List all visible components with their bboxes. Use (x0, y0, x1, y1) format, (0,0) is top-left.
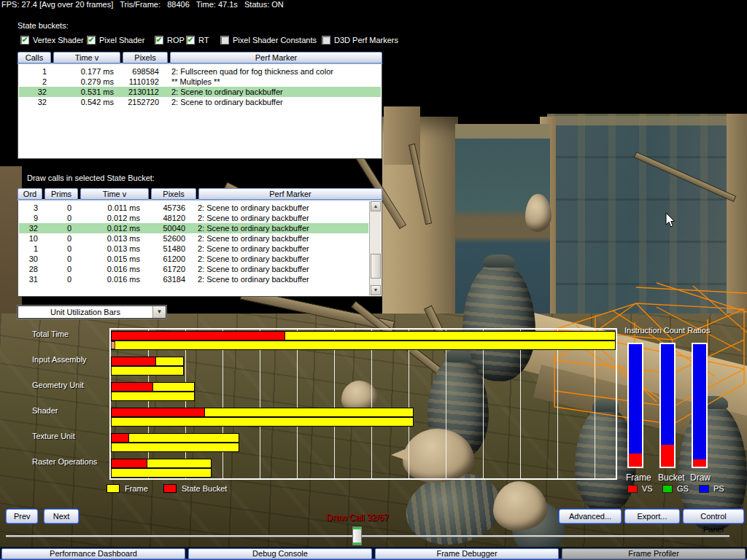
checkbox-checked-icon[interactable]: ✔ (20, 36, 29, 44)
table-row[interactable]: 2800.016 ms617202: Scene to ordinary bac… (19, 264, 368, 274)
chevron-down-icon[interactable]: ▼ (152, 306, 166, 318)
cell-time: 0.531 ms (53, 87, 120, 97)
table-row[interactable]: 320.542 ms21527202: Scene to ordinary ba… (19, 97, 381, 107)
unit-bar-pair (111, 408, 616, 427)
checkbox-checked-icon[interactable]: ✔ (155, 36, 163, 44)
cell-marker: ** Multiples ** (165, 77, 381, 87)
ratio-bar-bucket (659, 343, 676, 468)
ps-swatch (699, 485, 709, 493)
shader-legend-item: GS (662, 484, 689, 493)
frame-bar (111, 366, 184, 376)
frame-bar (111, 341, 616, 350)
column-header-time[interactable]: Time v (53, 52, 120, 63)
checkbox-label: D3D Perf Markers (334, 36, 398, 44)
column-header-time[interactable]: Time v (80, 188, 149, 200)
state-bucket-bar (111, 433, 129, 443)
control-panel-button[interactable]: Control Panel (683, 509, 744, 524)
table-row[interactable]: 3200.012 ms500402: Scene to ordinary bac… (19, 223, 368, 233)
state-bucket-checkbox-item[interactable]: ✔RT (186, 36, 209, 44)
cell-pixels: 48120 (146, 213, 191, 223)
state-bucket-checkbox-item[interactable]: ✔Vertex Shader (20, 36, 84, 44)
state-bucket-bar (111, 331, 285, 341)
shader-legend-item: VS (627, 484, 653, 493)
checkbox-label: ROP (167, 36, 185, 44)
column-header-ord[interactable]: Ord (18, 188, 42, 200)
instruction-ratios-title: Instruction Count Ratios (624, 326, 710, 335)
checkbox-checked-icon[interactable]: ✔ (186, 36, 195, 44)
view-selector-dropdown[interactable]: Unit Utilization Bars ▼ (18, 306, 166, 319)
column-header-pixels[interactable]: Pixels (123, 52, 168, 63)
chart-gridline (334, 330, 335, 478)
cell-prims: 0 (44, 254, 77, 264)
table-rows: 300.011 ms457362: Scene to ordinary back… (19, 203, 368, 284)
cell-ord: 28 (19, 264, 44, 274)
cell-ord: 31 (19, 274, 44, 284)
tab-frame-debugger[interactable]: Frame Debugger (375, 548, 559, 559)
state-bucket-checkbox-item[interactable]: D3D Perf Markers (322, 36, 398, 44)
advanced-button[interactable]: Advanced... (559, 509, 622, 524)
unit-bar-row (111, 433, 616, 443)
cell-pixels: 1110192 (120, 77, 165, 87)
table-row[interactable]: 100.013 ms514802: Scene to ordinary back… (19, 244, 368, 254)
vs-segment (661, 445, 674, 467)
cell-time: 0.177 ms (53, 66, 120, 77)
cell-calls: 32 (19, 97, 53, 107)
state-bucket-bar (111, 382, 153, 392)
checkbox-unchecked-icon[interactable] (220, 36, 229, 44)
table-row[interactable]: 320.531 ms21301122: Scene to ordinary ba… (19, 87, 381, 97)
column-header-pixels[interactable]: Pixels (151, 188, 196, 200)
unit-label: Input Assembly (32, 355, 87, 364)
view-selector-value: Unit Utilization Bars (18, 306, 152, 318)
next-button[interactable]: Next (44, 509, 79, 524)
cell-marker: 2: Scene to ordinary backbuffer (165, 87, 381, 97)
cell-prims: 0 (44, 203, 77, 213)
frame-bar (111, 468, 212, 478)
tab-frame-profiler[interactable]: Frame Profiler (562, 548, 746, 559)
checkbox-unchecked-icon[interactable] (322, 36, 330, 44)
unit-utilization-chart (109, 328, 617, 480)
table-row[interactable]: 900.012 ms481202: Scene to ordinary back… (19, 213, 368, 223)
scroll-down-icon[interactable]: ▼ (371, 285, 381, 295)
unit-bar-row (111, 382, 616, 392)
column-header-prims[interactable]: Prims (44, 188, 78, 200)
cell-pixels: 63184 (146, 274, 191, 284)
shader-legend-item: PS (699, 484, 724, 493)
draw-call-slider-thumb[interactable] (352, 526, 362, 545)
column-header-calls[interactable]: Calls (18, 52, 51, 63)
scrollbar-thumb[interactable] (371, 254, 381, 279)
state-bucket-checkbox-item[interactable]: ✔ROP (155, 36, 185, 44)
state-bucket-checkbox-item[interactable]: ✔Pixel Shader (87, 36, 144, 44)
cell-pixels: 61720 (146, 264, 191, 274)
tab-performance-dashboard[interactable]: Performance Dashboard (1, 548, 185, 559)
unit-label: Raster Operations (32, 457, 97, 466)
cell-prims: 0 (44, 233, 77, 244)
table-row[interactable]: 1000.013 ms526002: Scene to ordinary bac… (19, 233, 368, 244)
prev-button[interactable]: Prev (6, 509, 38, 524)
scrollbar[interactable]: ▲ ▼ (369, 201, 381, 295)
cell-pixels: 2130112 (120, 87, 165, 97)
unit-bar-row (111, 357, 616, 366)
table-row[interactable]: 10.177 ms6985842: Fullscreen quad for fo… (19, 66, 381, 77)
cell-marker: 2: Scene to ordinary backbuffer (191, 203, 368, 213)
scroll-up-icon[interactable]: ▲ (371, 201, 381, 211)
table-row[interactable]: 3000.015 ms612002: Scene to ordinary bac… (19, 254, 368, 264)
table-row[interactable]: 3100.016 ms631842: Scene to ordinary bac… (19, 274, 368, 284)
draw-call-slider-track[interactable] (6, 535, 729, 537)
cell-time: 0.279 ms (53, 77, 120, 87)
export-button[interactable]: Export... (624, 509, 680, 524)
draw-call-table-body: 300.011 ms457362: Scene to ordinary back… (18, 201, 382, 297)
frame-bar (111, 433, 239, 443)
table-row[interactable]: 20.279 ms1110192** Multiples ** (19, 77, 381, 87)
chart-gridline (557, 330, 558, 478)
tab-debug-console[interactable]: Debug Console (188, 548, 372, 559)
ratio-bar-draw (692, 343, 708, 468)
checkbox-checked-icon[interactable]: ✔ (87, 36, 96, 44)
unit-bar-row (111, 392, 616, 401)
cell-marker: 2: Scene to ordinary backbuffer (191, 274, 368, 284)
column-header-perf-marker[interactable]: Perf Marker (170, 52, 382, 63)
cell-calls: 1 (19, 66, 53, 77)
column-header-perf-marker[interactable]: Perf Marker (198, 188, 382, 200)
state-bucket-checkbox-item[interactable]: Pixel Shader Constants (220, 36, 317, 44)
table-row[interactable]: 300.011 ms457362: Scene to ordinary back… (19, 203, 368, 213)
cell-ord: 3 (19, 203, 44, 213)
